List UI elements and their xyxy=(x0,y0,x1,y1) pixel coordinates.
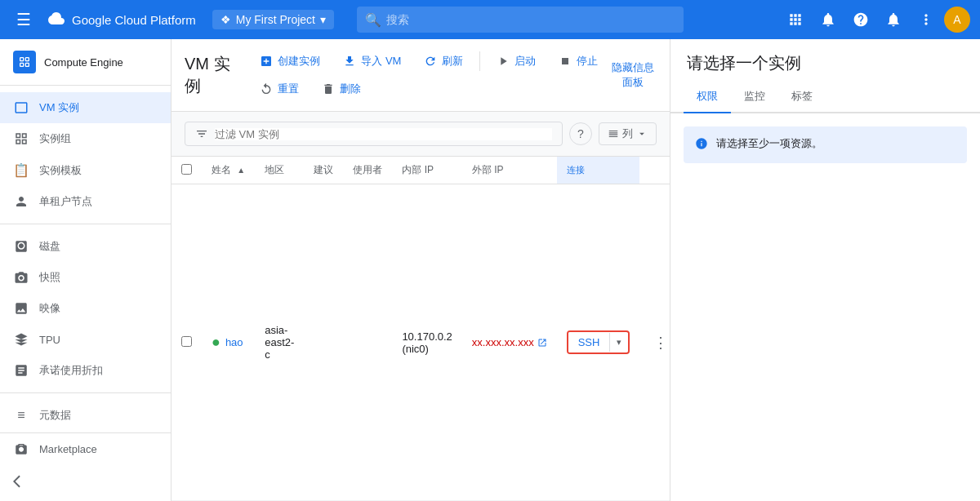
sidebar-item-tpu-label: TPU xyxy=(39,334,60,346)
tab-tags[interactable]: 标签 xyxy=(778,81,826,113)
header-name[interactable]: 姓名 ▲ xyxy=(202,157,255,184)
instance-name-link[interactable]: hao xyxy=(225,336,243,348)
info-message: 请选择至少一项资源。 xyxy=(716,136,822,151)
import-vm-button[interactable]: 导入 VM xyxy=(333,49,411,73)
disks-icon xyxy=(13,239,29,254)
collapse-icon xyxy=(13,474,28,491)
column-selector-button[interactable]: 列 xyxy=(599,122,657,145)
search-bar: 🔍 xyxy=(357,7,684,33)
row-zone-cell: asia-east2-c xyxy=(255,184,304,501)
notifications-icon-btn[interactable] xyxy=(879,5,908,34)
sidebar-title: Compute Engine xyxy=(44,56,123,69)
filter-icon xyxy=(195,127,208,140)
sidebar-item-sole-tenancy[interactable]: 单租户节点 xyxy=(0,186,171,217)
external-link-icon xyxy=(537,338,547,348)
sidebar-item-disks[interactable]: 磁盘 xyxy=(0,231,171,262)
sidebar-item-vm-label: VM 实例 xyxy=(39,100,79,115)
topbar-actions: A xyxy=(781,5,970,34)
logo: Google Cloud Platform xyxy=(47,8,196,32)
sidebar-item-committed-use[interactable]: 承诺使用折扣 xyxy=(0,355,171,386)
sidebar-item-metadata[interactable]: ≡ 元数据 xyxy=(0,400,171,431)
reset-button[interactable]: 重置 xyxy=(250,77,309,101)
filter-help-button[interactable]: ? xyxy=(569,122,592,145)
project-icon: ❖ xyxy=(220,13,231,26)
logo-text: Google Cloud Platform xyxy=(72,13,196,27)
filter-input[interactable] xyxy=(215,128,552,140)
header-recommendation[interactable]: 建议 xyxy=(304,157,343,184)
help-icon-btn[interactable] xyxy=(846,5,875,34)
sidebar-header: Compute Engine xyxy=(0,39,171,86)
tab-permissions[interactable]: 权限 xyxy=(684,81,731,113)
sidebar-divider-2 xyxy=(0,392,171,393)
table-area: 姓名 ▲ 地区 建议 使用者 内部 IP 外部 IP 连接 xyxy=(172,157,670,501)
stop-button[interactable]: 停止 xyxy=(549,49,608,73)
project-name: My First Project xyxy=(236,13,315,26)
search-input[interactable] xyxy=(357,7,684,33)
tab-monitoring[interactable]: 监控 xyxy=(731,81,778,113)
marketplace-label: Marketplace xyxy=(39,443,97,455)
search-icon: 🔍 xyxy=(365,12,381,28)
refresh-button[interactable]: 刷新 xyxy=(414,49,473,73)
instance-groups-icon xyxy=(13,131,29,146)
logo-symbol xyxy=(47,8,67,32)
menu-icon[interactable]: ☰ xyxy=(10,3,38,36)
delete-button[interactable]: 删除 xyxy=(312,77,371,101)
row-external-ip-cell: xx.xxx.xx.xxx xyxy=(462,184,557,501)
right-panel: 请选择一个实例 权限 监控 标签 请选择至少一项资源。 xyxy=(670,39,980,501)
sidebar-item-vm[interactable]: VM 实例 xyxy=(0,92,171,123)
project-selector[interactable]: ❖ My First Project ▾ xyxy=(212,10,334,29)
page-title: VM 实例 xyxy=(185,53,230,97)
toolbar-separator-1 xyxy=(479,51,480,71)
sidebar-item-marketplace[interactable]: Marketplace xyxy=(0,433,171,464)
table-row: ● hao asia-east2-c 10.170.0.2 (nic0) xx.… xyxy=(172,184,670,501)
row-connect-cell: SSH ▾ xyxy=(557,184,640,501)
header-internal-ip[interactable]: 内部 IP xyxy=(392,157,461,184)
sidebar-collapse-btn[interactable] xyxy=(0,464,171,501)
create-instance-button[interactable]: 创建实例 xyxy=(250,49,330,73)
external-ip-value: xx.xxx.xx.xxx xyxy=(472,336,534,348)
start-label: 启动 xyxy=(514,54,536,69)
sidebar-item-metadata-label: 元数据 xyxy=(39,408,71,423)
ssh-dropdown-button[interactable]: ▾ xyxy=(609,333,628,352)
vm-instances-table: 姓名 ▲ 地区 建议 使用者 内部 IP 外部 IP 连接 xyxy=(172,157,670,501)
create-instance-label: 创建实例 xyxy=(278,54,320,69)
topbar: ☰ Google Cloud Platform ❖ My First Proje… xyxy=(0,0,980,39)
compute-engine-icon xyxy=(13,51,36,73)
header-user[interactable]: 使用者 xyxy=(343,157,392,184)
sidebar-item-tpu[interactable]: TPU xyxy=(0,324,171,355)
main-layout: Compute Engine VM 实例 实例组 📋 实例模板 xyxy=(0,39,980,501)
row-user-cell xyxy=(343,184,392,501)
header-external-ip[interactable]: 外部 IP xyxy=(462,157,557,184)
start-button[interactable]: 启动 xyxy=(487,49,546,73)
row-checkbox[interactable] xyxy=(181,336,192,347)
more-icon-btn[interactable] xyxy=(911,5,941,34)
sidebar-item-images[interactable]: 映像 xyxy=(0,293,171,324)
column-selector-label: 列 xyxy=(622,126,633,141)
sidebar-item-snapshots[interactable]: 快照 xyxy=(0,262,171,293)
sidebar-item-snapshots-label: 快照 xyxy=(39,270,60,285)
header-actions xyxy=(639,157,670,184)
header-zone[interactable]: 地区 xyxy=(255,157,304,184)
hide-panel-button[interactable]: 隐藏信息面板 xyxy=(609,60,657,90)
right-panel-body: 请选择至少一项资源。 xyxy=(670,113,980,176)
user-avatar[interactable]: A xyxy=(944,7,970,33)
sidebar-item-instance-groups[interactable]: 实例组 xyxy=(0,123,171,154)
alert-icon-btn[interactable] xyxy=(813,5,843,34)
delete-label: 删除 xyxy=(340,82,361,96)
row-internal-ip-cell: 10.170.0.2 (nic0) xyxy=(392,184,461,501)
select-all-checkbox[interactable] xyxy=(181,164,192,175)
sidebar-item-instance-templates-label: 实例模板 xyxy=(39,163,82,178)
header-connect: 连接 xyxy=(557,157,640,184)
right-panel-tabs: 权限 监控 标签 xyxy=(670,81,980,113)
apps-icon-btn[interactable] xyxy=(781,5,810,34)
sidebar-item-instance-templates[interactable]: 📋 实例模板 xyxy=(0,154,171,186)
right-panel-title: 请选择一个实例 xyxy=(670,39,980,81)
sidebar-item-instance-groups-label: 实例组 xyxy=(39,131,71,146)
row-more-button[interactable]: ⋮ xyxy=(649,331,670,354)
ssh-button[interactable]: SSH xyxy=(568,332,610,352)
header-checkbox-col xyxy=(172,157,202,184)
content-area: VM 实例 创建实例 导入 VM 刷新 启动 xyxy=(172,39,670,501)
sidebar-nav: VM 实例 实例组 📋 实例模板 单租户节点 xyxy=(0,86,171,432)
reset-label: 重置 xyxy=(278,82,299,96)
instance-templates-icon: 📋 xyxy=(13,162,29,178)
